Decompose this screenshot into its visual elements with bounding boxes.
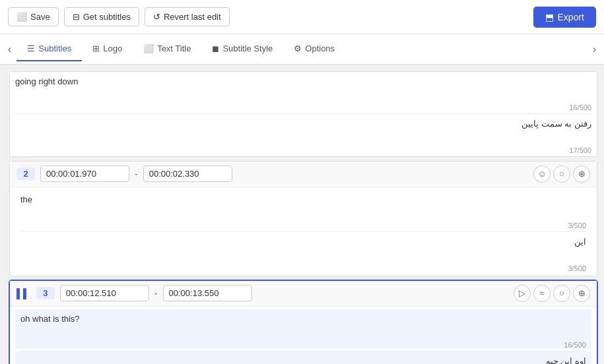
toolbar-left: ⬜ Save ⊟ Get subtitles ↺ Revert last edi… (8, 7, 230, 26)
revert-button[interactable]: ↺ Revert last edit (145, 7, 230, 26)
tab-next-arrow[interactable]: › (587, 41, 601, 58)
subtitle-list: going right down 16/500 رفتن به سمت پایی… (0, 65, 604, 364)
subtitle-text-2: the 3/500 این 3/500 (10, 187, 597, 276)
text-area-wrap-3-fa: اوه این چیه 11/500 (15, 351, 591, 364)
subtitle-textarea-1-fa[interactable]: رفتن به سمت پایین (10, 114, 597, 154)
subtitle-textarea-2-en[interactable]: the (15, 190, 591, 229)
time-sep-3: - (154, 288, 158, 299)
save-icon: ⬜ (17, 12, 27, 22)
logo-tab-icon: ⊞ (92, 44, 100, 53)
text-title-tab-icon: ⬜ (143, 44, 154, 53)
subtitle-style-tab-icon: ◼ (212, 44, 219, 53)
waveform-icon: ▌▌ (17, 288, 30, 299)
main-content: going right down 16/500 رفتن به سمت پایی… (0, 65, 604, 364)
text-area-wrap-2-fa: این 3/500 (15, 232, 591, 274)
text-area-wrap-1-fa: رفتن به سمت پایین 17/500 (10, 114, 597, 156)
tab-prev-arrow[interactable]: ‹ (3, 41, 17, 58)
subtitle-block-3: ▌▌ 3 - ▷ ≈ ○ ⊕ oh what is this? 16/500 (9, 280, 597, 365)
wave-icon-btn-3[interactable]: ≈ (533, 285, 551, 302)
char-count-2-en: 3/500 (568, 222, 586, 229)
end-time-3[interactable] (163, 285, 252, 301)
circle-icon-btn-2[interactable]: ○ (553, 166, 570, 183)
export-icon: ⬒ (545, 12, 554, 22)
subtitle-header-2: 2 - ☺ ○ ⊕ (10, 162, 597, 187)
header-icons-3: ▷ ≈ ○ ⊕ (514, 285, 590, 302)
play-icon-btn-3[interactable]: ▷ (514, 285, 531, 302)
subtitle-textarea-3-en[interactable]: oh what is this? (15, 309, 591, 349)
text-area-wrap-3-en: oh what is this? 16/500 (15, 309, 591, 351)
tab-subtitles[interactable]: ☰ Subtitles (17, 37, 82, 61)
char-count-3-en: 16/500 (564, 341, 586, 349)
tab-logo[interactable]: ⊞ Logo (82, 37, 133, 61)
tab-subtitle-style[interactable]: ◼ Subtitle Style (201, 37, 283, 61)
subtitles-tab-icon: ☰ (27, 44, 35, 53)
subtitle-textarea-1-en[interactable]: going right down (10, 72, 597, 111)
char-count-1-fa: 17/500 (569, 146, 591, 154)
subtitle-block-1: going right down 16/500 رفتن به سمت پایی… (9, 71, 597, 157)
toolbar: ⬜ Save ⊟ Get subtitles ↺ Revert last edi… (0, 0, 604, 34)
start-time-3[interactable] (60, 285, 149, 301)
close-icon-btn-3[interactable]: ⊕ (573, 285, 590, 302)
start-time-2[interactable] (40, 166, 129, 182)
options-tab-icon: ⚙ (294, 44, 302, 53)
circle-icon-btn-3[interactable]: ○ (553, 285, 570, 302)
header-icons-2: ☺ ○ ⊕ (533, 166, 590, 183)
revert-icon: ↺ (153, 12, 160, 22)
subtitles-icon: ⊟ (73, 12, 80, 22)
char-count-1-en: 16/500 (569, 104, 591, 111)
subtitle-textarea-2-fa[interactable]: این (15, 232, 591, 272)
close-icon-btn-2[interactable]: ⊕ (573, 166, 590, 183)
subtitle-num-3: 3 (36, 287, 55, 299)
subtitle-num-2: 2 (17, 167, 35, 180)
char-count-2-fa: 3/500 (568, 264, 586, 272)
time-sep-2: - (135, 169, 138, 179)
text-area-wrap-2-en: the 3/500 (15, 190, 591, 231)
tabs-bar: ‹ ☰ Subtitles ⊞ Logo ⬜ Text Title ◼ Subt… (0, 34, 604, 65)
subtitle-header-3: ▌▌ 3 - ▷ ≈ ○ ⊕ (10, 281, 597, 307)
export-button[interactable]: ⬒ Export (533, 7, 596, 28)
tab-text-title[interactable]: ⬜ Text Title (133, 37, 201, 61)
subtitle-text-3: oh what is this? 16/500 اوه این چیه 11/5… (10, 307, 597, 365)
get-subtitles-button[interactable]: ⊟ Get subtitles (64, 7, 139, 26)
text-area-wrap-1-en: going right down 16/500 (10, 72, 597, 113)
subtitle-textarea-3-fa[interactable]: اوه این چیه (15, 351, 591, 364)
save-button[interactable]: ⬜ Save (8, 7, 59, 26)
end-time-2[interactable] (143, 166, 232, 182)
subtitle-block-2: 2 - ☺ ○ ⊕ the 3/500 این 3/500 (9, 161, 597, 276)
tab-options[interactable]: ⚙ Options (283, 37, 345, 61)
smile-icon-btn-2[interactable]: ☺ (533, 166, 551, 183)
